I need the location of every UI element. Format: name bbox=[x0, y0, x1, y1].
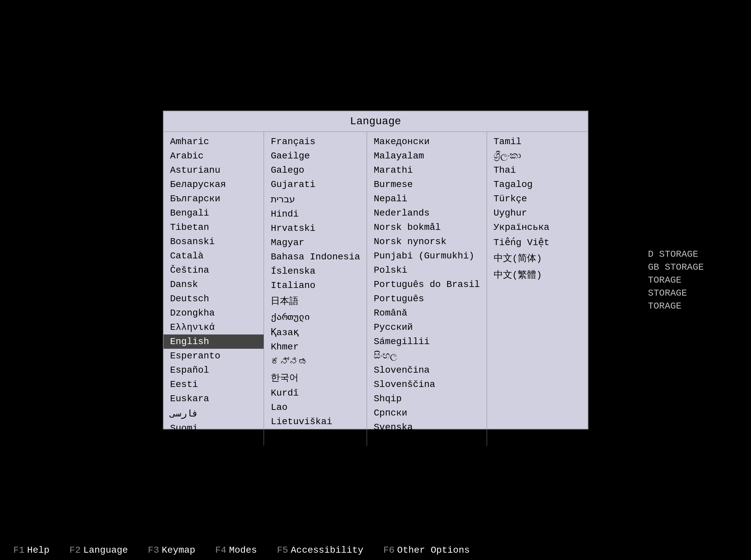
fn-f2[interactable]: F2Language bbox=[70, 545, 128, 555]
lang-item[interactable]: Lietuviškai bbox=[264, 415, 367, 429]
fn-f3[interactable]: F3Keymap bbox=[148, 545, 195, 555]
lang-item[interactable]: Қазақ bbox=[264, 324, 367, 340]
fn-f1[interactable]: F1Help bbox=[13, 545, 50, 555]
lang-item[interactable]: Português bbox=[367, 292, 486, 306]
lang-item[interactable]: Malayalam bbox=[367, 149, 486, 163]
lang-item[interactable]: Gujarati bbox=[264, 177, 367, 192]
lang-item[interactable]: Tagalog bbox=[487, 177, 588, 192]
lang-item[interactable]: Tamil bbox=[487, 135, 588, 149]
lang-item[interactable]: Euskara bbox=[163, 392, 264, 406]
lang-item[interactable]: Македонски bbox=[367, 135, 486, 149]
lang-item[interactable]: Русский bbox=[367, 320, 486, 335]
lang-item[interactable]: Magyar bbox=[264, 236, 367, 250]
dialog-overlay: Language AmharicArabicAsturianuБеларуска… bbox=[0, 0, 751, 540]
lang-item[interactable]: Amharic bbox=[163, 135, 264, 149]
lang-item[interactable]: Română bbox=[367, 306, 486, 320]
fn-label: Other Options bbox=[397, 545, 470, 555]
lang-item[interactable]: Dzongkha bbox=[163, 306, 264, 320]
fn-f5[interactable]: F5Accessibility bbox=[277, 545, 363, 555]
lang-item[interactable]: 한국어 bbox=[264, 369, 367, 386]
fn-label: Language bbox=[83, 545, 128, 555]
lang-item[interactable]: Eesti bbox=[163, 377, 264, 392]
fn-label: Help bbox=[27, 545, 50, 555]
dialog-body: AmharicArabicAsturianuБеларускаяБългарск… bbox=[163, 132, 588, 446]
lang-item[interactable]: Slovenčina bbox=[367, 363, 486, 377]
lang-item[interactable]: Dansk bbox=[163, 277, 264, 292]
lang-item[interactable]: Svenska bbox=[367, 420, 486, 435]
lang-item[interactable]: Thai bbox=[487, 163, 588, 177]
language-dialog: Language AmharicArabicAsturianuБеларуска… bbox=[163, 111, 589, 429]
lang-item[interactable]: සිංහල bbox=[367, 349, 486, 363]
lang-item[interactable]: Asturianu bbox=[163, 163, 264, 177]
lang-item[interactable]: Hindi bbox=[264, 207, 367, 221]
lang-item[interactable]: Српски bbox=[367, 406, 486, 420]
fn-key-label: F6 bbox=[383, 545, 394, 555]
lang-item[interactable]: Slovenščina bbox=[367, 377, 486, 392]
lang-item[interactable]: Български bbox=[163, 192, 264, 206]
lang-item[interactable]: ქართული bbox=[264, 309, 367, 324]
lang-item[interactable]: ශ්‍රීලංකා bbox=[487, 149, 588, 163]
lang-item[interactable]: Norsk bokmål bbox=[367, 220, 486, 235]
lang-item[interactable]: Suomi bbox=[163, 421, 264, 436]
lang-item[interactable]: 日本語 bbox=[264, 293, 367, 309]
lang-item[interactable]: Čeština bbox=[163, 263, 264, 277]
lang-item[interactable]: Deutsch bbox=[163, 292, 264, 306]
lang-item[interactable]: Español bbox=[163, 363, 264, 377]
lang-item[interactable]: Nepali bbox=[367, 192, 486, 206]
lang-col-0: AmharicArabicAsturianuБеларускаяБългарск… bbox=[163, 132, 264, 446]
lang-item[interactable]: Italiano bbox=[264, 278, 367, 293]
lang-item[interactable]: Ελληνικά bbox=[163, 320, 264, 335]
lang-item[interactable]: Nederlands bbox=[367, 206, 486, 220]
lang-item[interactable]: Tibetan bbox=[163, 220, 264, 235]
lang-item[interactable]: Kurdî bbox=[264, 386, 367, 400]
lang-item[interactable]: Galego bbox=[264, 163, 367, 177]
lang-item[interactable]: Português do Brasil bbox=[367, 277, 486, 292]
lang-item[interactable]: Uyghur bbox=[487, 206, 588, 220]
lang-item[interactable]: Khmer bbox=[264, 340, 367, 354]
lang-item[interactable]: Français bbox=[264, 135, 367, 149]
lang-item[interactable]: Беларуская bbox=[163, 177, 264, 192]
fn-label: Keymap bbox=[161, 545, 195, 555]
lang-col-1: FrançaisGaeilgeGalegoGujaratiעבריתHindiH… bbox=[264, 132, 367, 446]
lang-item[interactable]: Tiếng Việt bbox=[487, 235, 588, 250]
lang-item[interactable]: Lao bbox=[264, 400, 367, 415]
fn-f6[interactable]: F6Other Options bbox=[383, 545, 470, 555]
dialog-title: Language bbox=[163, 111, 588, 132]
fn-key-label: F3 bbox=[148, 545, 159, 555]
lang-item[interactable]: עברית bbox=[264, 192, 367, 207]
lang-item[interactable]: Bengali bbox=[163, 206, 264, 220]
lang-item[interactable]: ಕನ್ನಡ bbox=[264, 354, 367, 369]
lang-item[interactable]: Marathi bbox=[367, 163, 486, 177]
lang-item[interactable]: Bahasa Indonesia bbox=[264, 250, 367, 264]
fn-label: Modes bbox=[229, 545, 257, 555]
lang-item[interactable]: Sámegillii bbox=[367, 335, 486, 349]
lang-item[interactable]: Català bbox=[163, 249, 264, 263]
lang-item[interactable]: Українська bbox=[487, 220, 588, 235]
lang-item[interactable]: Gaeilge bbox=[264, 149, 367, 163]
lang-item[interactable]: فارسی bbox=[163, 406, 264, 421]
fn-key-label: F5 bbox=[277, 545, 288, 555]
lang-item[interactable]: Íslenska bbox=[264, 264, 367, 278]
fn-key-label: F2 bbox=[70, 545, 81, 555]
lang-item[interactable]: Bosanski bbox=[163, 235, 264, 249]
fn-f4[interactable]: F4Modes bbox=[215, 545, 257, 555]
lang-col-3: Tamilශ්‍රීලංකාThaiTagalogTürkçeUyghurУкр… bbox=[487, 132, 588, 446]
lang-item[interactable]: 中文(繁體) bbox=[487, 266, 588, 283]
lang-item[interactable]: Norsk nynorsk bbox=[367, 235, 486, 249]
lang-item[interactable]: Hrvatski bbox=[264, 221, 367, 236]
lang-col-2: МакедонскиMalayalamMarathiBurmeseNepaliN… bbox=[367, 132, 487, 446]
fn-label: Accessibility bbox=[291, 545, 363, 555]
function-bar: F1HelpF2LanguageF3KeymapF4ModesF5Accessi… bbox=[0, 540, 751, 560]
lang-item[interactable]: Burmese bbox=[367, 177, 486, 192]
fn-key-label: F4 bbox=[215, 545, 226, 555]
lang-item[interactable]: English bbox=[163, 335, 264, 349]
lang-item[interactable]: Shqip bbox=[367, 392, 486, 406]
lang-item[interactable]: 中文(简体) bbox=[487, 250, 588, 266]
lang-item[interactable]: Esperanto bbox=[163, 349, 264, 363]
fn-key-label: F1 bbox=[13, 545, 25, 555]
lang-item[interactable]: Polski bbox=[367, 263, 486, 277]
lang-item[interactable]: Punjabi (Gurmukhi) bbox=[367, 249, 486, 263]
lang-item[interactable]: Arabic bbox=[163, 149, 264, 163]
lang-item[interactable]: Latviski bbox=[264, 429, 367, 443]
lang-item[interactable]: Türkçe bbox=[487, 192, 588, 206]
